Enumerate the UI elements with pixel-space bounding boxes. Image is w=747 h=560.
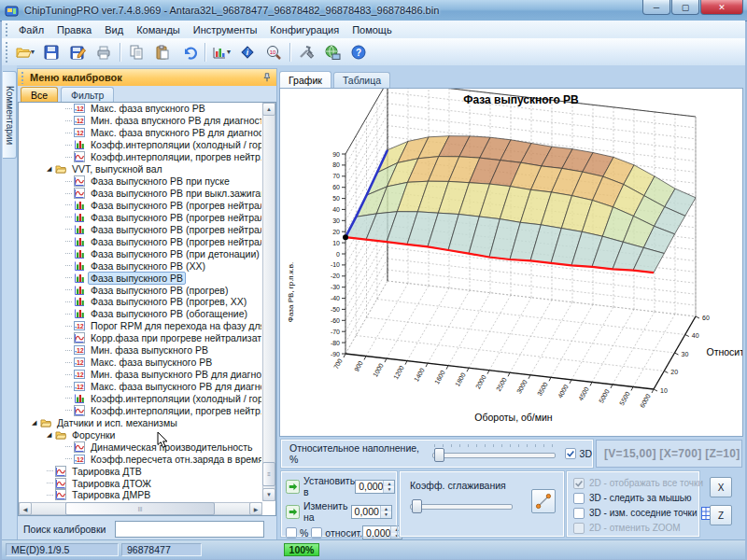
expander-icon[interactable]: ◢ bbox=[47, 431, 55, 439]
help-button[interactable]: ? bbox=[345, 39, 372, 64]
copy-button[interactable] bbox=[123, 39, 149, 64]
checkbox-relative[interactable] bbox=[311, 527, 322, 539]
web-button[interactable] bbox=[319, 39, 345, 64]
dropdown-arrow-icon[interactable]: ▼ bbox=[30, 49, 36, 55]
slider-thumb[interactable] bbox=[434, 448, 444, 462]
tree-item[interactable]: Фаза выпускного РВ при выкл.зажигания bbox=[19, 188, 261, 200]
tree-item[interactable]: Корр.фаза при прогреве нейтрализатора bbox=[19, 332, 261, 344]
expander-icon[interactable]: ◢ bbox=[32, 419, 40, 427]
search-input[interactable] bbox=[115, 521, 264, 538]
tree-vscrollbar[interactable] bbox=[262, 103, 275, 501]
vscroll-thumb[interactable]: ≡ bbox=[262, 462, 275, 486]
scroll-up-button[interactable]: ▲ bbox=[262, 103, 275, 116]
tree-item[interactable]: Тарировка ДТОЖ bbox=[19, 477, 261, 489]
tree-item[interactable]: Динамическая производительность bbox=[19, 441, 261, 453]
tree-item[interactable]: Фаза выпускного РВ (при детонации) bbox=[19, 247, 261, 259]
surface-plot[interactable]: -90-80-70-60-50-40-30-20-100102030405060… bbox=[280, 89, 742, 436]
tree-item[interactable]: 12Мин. фаза выпускного РВ для диагностик… bbox=[19, 369, 261, 381]
tree-item[interactable]: Фаза выпускного РВ при пуске bbox=[19, 175, 261, 188]
tree-item[interactable]: Фаза выпускного РВ (прогрев нейтрализато… bbox=[19, 200, 261, 212]
tree-item[interactable]: Коэфф.интерполяции (холодный / горячий ) bbox=[19, 139, 261, 151]
smoothing-track[interactable] bbox=[410, 504, 513, 510]
tree-item[interactable]: 12Коэфф.пересчета отн.заряда в время впр… bbox=[19, 453, 261, 465]
tree-item[interactable]: Тарировка ДМРВ bbox=[19, 489, 261, 501]
scroll-down-button[interactable]: ▼ bbox=[262, 488, 275, 501]
hscroll-thumb[interactable]: ||| bbox=[65, 502, 215, 515]
tree-folder[interactable]: ◢VVT, выпускной вал bbox=[19, 163, 261, 175]
checkbox-percent[interactable] bbox=[286, 527, 297, 539]
tree-folder[interactable]: ◢Датчики и исп. механизмы bbox=[19, 416, 261, 428]
tab-comments[interactable]: Комментарии bbox=[3, 71, 17, 159]
pin-icon[interactable] bbox=[261, 72, 273, 83]
menu-item-1[interactable]: Правка bbox=[50, 22, 98, 37]
dropdown-arrow-icon[interactable]: ▼ bbox=[226, 49, 233, 55]
close-button[interactable]: ✕ bbox=[700, 0, 743, 15]
save-button[interactable] bbox=[38, 39, 64, 64]
minimize-button[interactable]: ─ bbox=[642, 0, 670, 15]
info-button[interactable]: i bbox=[234, 39, 261, 64]
apply-set-button[interactable] bbox=[286, 480, 300, 494]
option-checkbox[interactable] bbox=[573, 493, 585, 504]
tree-item[interactable]: 12Макс. фаза выпускного РВ bbox=[19, 357, 261, 369]
checkbox-3d[interactable] bbox=[565, 448, 576, 459]
tree-item[interactable]: 12Макс. фаза впускного РВ для диагностик… bbox=[19, 127, 261, 139]
tools-button[interactable] bbox=[293, 39, 319, 64]
option-checkbox[interactable] bbox=[573, 478, 585, 489]
menu-item-3[interactable]: Команды bbox=[130, 22, 187, 37]
tree-item[interactable]: 12Макс. фаза выпускного РВ для диагности… bbox=[19, 381, 261, 393]
smoothing-slider[interactable] bbox=[410, 498, 513, 511]
tree-item[interactable]: Фаза выпускного РВ (ХХ) bbox=[19, 259, 261, 272]
load-slider[interactable] bbox=[432, 447, 556, 460]
tree-item[interactable]: Фаза выпускного РВ (прогрев нейтрал., хо… bbox=[19, 211, 261, 223]
tab-graph[interactable]: График bbox=[279, 71, 331, 88]
title-bar[interactable]: ChipTuningPRO ver.7.4.8.969 - Antara32L_… bbox=[0, 0, 747, 21]
print-button[interactable] bbox=[91, 39, 117, 64]
scroll-right-button[interactable]: ▶ bbox=[249, 502, 262, 515]
option-checkbox[interactable] bbox=[573, 523, 585, 534]
chart-area[interactable]: -90-80-70-60-50-40-30-20-100102030405060… bbox=[279, 88, 743, 437]
tree-folder[interactable]: ◢Форсунки bbox=[19, 428, 261, 441]
save-as-button[interactable] bbox=[64, 39, 91, 64]
tree-item[interactable]: 12Порог RPM для перехода на фазу для реж… bbox=[19, 320, 261, 332]
menu-item-0[interactable]: Файл bbox=[12, 22, 50, 37]
paste-button[interactable] bbox=[149, 39, 176, 64]
tree-item[interactable]: Фаза выпускного РВ bbox=[19, 272, 261, 284]
menu-item-4[interactable]: Инструменты bbox=[187, 22, 264, 37]
smoothing-apply-button[interactable] bbox=[531, 489, 556, 513]
tree-item[interactable]: Коэфф.интерполяции, прогрев нейтр. (холо… bbox=[19, 151, 261, 163]
tree-item[interactable]: Тарировка ДТВ bbox=[19, 465, 261, 477]
tab-table[interactable]: Таблица bbox=[333, 72, 390, 88]
tree-item[interactable]: 12Макс. фаза впускного РВ bbox=[19, 103, 261, 115]
z-axis-button[interactable]: Z bbox=[710, 505, 732, 525]
expander-icon[interactable]: ◢ bbox=[47, 165, 55, 173]
tab-filter[interactable]: Фильтр bbox=[61, 87, 114, 102]
slider-track[interactable] bbox=[432, 453, 556, 458]
open-button[interactable]: ▼ bbox=[12, 39, 38, 64]
tree-item[interactable]: 12Мин. фаза выпускного РВ bbox=[19, 344, 261, 357]
tree-item[interactable]: Фаза выпускного РВ (обогащение) bbox=[19, 308, 261, 320]
tree-item[interactable]: 12Мин. фаза впускного РВ для диагностики bbox=[19, 115, 261, 127]
menu-item-5[interactable]: Конфигурация bbox=[263, 22, 345, 37]
zoom-10-button[interactable]: 10 bbox=[261, 39, 287, 64]
tree-item[interactable]: Фаза выпускного РВ (прогрев нейтрал., ХХ… bbox=[19, 235, 261, 247]
calibration-panel-header[interactable]: Меню калибровок bbox=[18, 69, 276, 87]
tree-item[interactable]: Фаза выпускного РВ (прогрев, ХХ) bbox=[19, 296, 261, 308]
x-axis-button[interactable]: X bbox=[710, 477, 732, 497]
tree-item[interactable]: Фаза выпускного РВ (прогрев нейтрал., ХХ… bbox=[19, 223, 261, 235]
change-value-spinner[interactable]: 0,000▲▼ bbox=[351, 505, 392, 519]
menu-item-6[interactable]: Помощь bbox=[345, 22, 399, 37]
smoothing-thumb[interactable] bbox=[412, 499, 422, 513]
scroll-left-button[interactable]: ◀ bbox=[19, 502, 32, 515]
relative-value-spinner[interactable]: 0,000▲▼ bbox=[362, 525, 402, 539]
menu-item-2[interactable]: Вид bbox=[98, 22, 130, 37]
tree-item[interactable]: Коэфф.интерполяции (холодный / горячий ) bbox=[19, 393, 261, 405]
option-checkbox[interactable] bbox=[573, 508, 585, 519]
apply-change-button[interactable] bbox=[286, 505, 300, 519]
chart-button[interactable]: ▼ bbox=[208, 39, 234, 64]
tab-all[interactable]: Все bbox=[21, 87, 58, 102]
undo-button[interactable] bbox=[176, 39, 202, 64]
maximize-button[interactable]: ▢ bbox=[671, 0, 699, 15]
set-value-spinner[interactable]: 0,000▲▼ bbox=[355, 480, 395, 494]
tree-item[interactable]: Коэфф.интерполяции, прогрев нейтр. (холо… bbox=[19, 404, 261, 416]
tree-item[interactable]: Фаза выпускного РВ (прогрев) bbox=[19, 284, 261, 296]
